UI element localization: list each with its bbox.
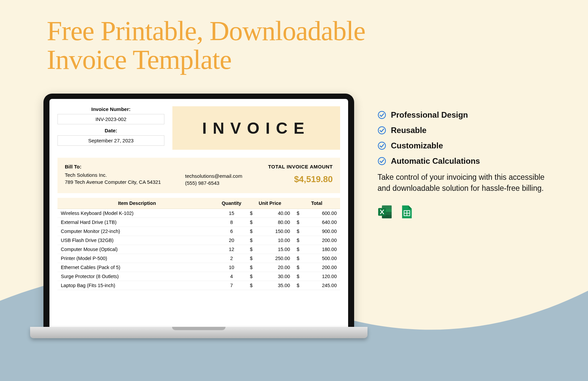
cell-total: 200.00 xyxy=(303,236,340,245)
total-label: TOTAL INVOICE AMOUNT xyxy=(259,164,333,169)
cell-desc[interactable]: Surge Protector (8 Outlets) xyxy=(57,272,216,281)
cell-unit-currency: $ xyxy=(247,245,257,254)
cell-qty[interactable]: 12 xyxy=(216,245,247,254)
cell-qty[interactable]: 6 xyxy=(216,227,247,236)
col-unit: Unit Price xyxy=(247,198,293,209)
billto-panel: Bill To: Tech Solutions Inc. 789 Tech Av… xyxy=(57,158,340,193)
sheets-icon[interactable] xyxy=(399,204,414,220)
invoice-number-label: Invoice Number: xyxy=(57,106,164,112)
feature-item: Automatic Calculations xyxy=(378,156,548,166)
cell-total: 640.00 xyxy=(303,218,340,227)
cell-unit[interactable]: 30.00 xyxy=(257,272,293,281)
cell-desc[interactable]: Computer Mouse (Optical) xyxy=(57,245,216,254)
invoice-number-value[interactable]: INV-2023-002 xyxy=(57,114,164,124)
cell-qty[interactable]: 20 xyxy=(216,236,247,245)
col-desc: Item Description xyxy=(57,198,216,209)
invoice-header-row: Invoice Number: INV-2023-002 Date: Septe… xyxy=(49,99,348,153)
feature-item: Customizable xyxy=(378,141,548,150)
cell-total: 900.00 xyxy=(303,227,340,236)
cell-desc[interactable]: Computer Monitor (22-inch) xyxy=(57,227,216,236)
cell-total-currency: $ xyxy=(293,245,303,254)
page-headline: Free Printable, DownloadableInvoice Temp… xyxy=(47,17,365,74)
table-header-row: Item Description Quantity Unit Price Tot… xyxy=(57,198,340,209)
invoice-table: Item Description Quantity Unit Price Tot… xyxy=(57,198,340,290)
cell-unit-currency: $ xyxy=(247,227,257,236)
laptop-notch xyxy=(184,94,214,99)
invoice-title: INVOICE xyxy=(202,119,310,137)
cell-total-currency: $ xyxy=(293,254,303,263)
billto-total-col: TOTAL INVOICE AMOUNT $4,519.80 xyxy=(259,164,333,187)
billto-address: 789 Tech Avenue Computer City, CA 54321 xyxy=(65,179,185,185)
laptop-base xyxy=(30,327,368,338)
billto-phone: (555) 987-6543 xyxy=(185,180,259,186)
cell-unit-currency: $ xyxy=(247,254,257,263)
cell-unit[interactable]: 80.00 xyxy=(257,218,293,227)
check-circle-icon xyxy=(378,111,386,119)
feature-label: Professional Design xyxy=(391,110,468,120)
cell-total: 180.00 xyxy=(303,245,340,254)
billto-address-col: Bill To: Tech Solutions Inc. 789 Tech Av… xyxy=(65,164,185,187)
cell-desc[interactable]: Printer (Model P-500) xyxy=(57,254,216,263)
total-amount: $4,519.80 xyxy=(259,174,333,184)
invoice-title-box: INVOICE xyxy=(172,106,340,150)
cell-unit-currency: $ xyxy=(247,236,257,245)
feature-item: Reusable xyxy=(378,126,548,135)
cell-total: 200.00 xyxy=(303,263,340,272)
table-row: Printer (Model P-500)2$250.00$500.00 xyxy=(57,254,340,263)
cell-desc[interactable]: Wireless Keyboard (Model K-102) xyxy=(57,209,216,218)
check-circle-icon xyxy=(378,141,386,150)
cell-total-currency: $ xyxy=(293,281,303,290)
cell-unit-currency: $ xyxy=(247,272,257,281)
cell-unit[interactable]: 35.00 xyxy=(257,281,293,290)
cell-unit[interactable]: 10.00 xyxy=(257,236,293,245)
svg-point-3 xyxy=(378,157,386,165)
cell-unit-currency: $ xyxy=(247,281,257,290)
cell-total-currency: $ xyxy=(293,236,303,245)
cell-qty[interactable]: 8 xyxy=(216,218,247,227)
svg-point-0 xyxy=(378,111,386,119)
feature-item: Professional Design xyxy=(378,110,548,120)
table-row: Ethernet Cables (Pack of 5)10$20.00$200.… xyxy=(57,263,340,272)
invoice-meta: Invoice Number: INV-2023-002 Date: Septe… xyxy=(57,106,164,150)
billto-label: Bill To: xyxy=(65,164,185,169)
cell-desc[interactable]: External Hard Drive (1TB) xyxy=(57,218,216,227)
cell-total-currency: $ xyxy=(293,263,303,272)
cell-unit[interactable]: 40.00 xyxy=(257,209,293,218)
cell-total: 500.00 xyxy=(303,254,340,263)
blurb-text: Take control of your invoicing with this… xyxy=(378,172,548,194)
feature-label: Automatic Calculations xyxy=(391,156,480,166)
table-row: Laptop Bag (Fits 15-inch)7$35.00$245.00 xyxy=(57,281,340,290)
cell-unit[interactable]: 15.00 xyxy=(257,245,293,254)
cell-unit-currency: $ xyxy=(247,263,257,272)
format-badges xyxy=(378,204,548,220)
col-qty: Quantity xyxy=(216,198,247,209)
cell-unit[interactable]: 250.00 xyxy=(257,254,293,263)
svg-point-1 xyxy=(378,127,386,134)
cell-unit-currency: $ xyxy=(247,209,257,218)
side-panel: Professional DesignReusableCustomizableA… xyxy=(378,110,548,220)
billto-company: Tech Solutions Inc. xyxy=(65,172,185,178)
excel-icon[interactable] xyxy=(378,204,393,220)
invoice-date-label: Date: xyxy=(57,128,164,133)
cell-qty[interactable]: 10 xyxy=(216,263,247,272)
cell-qty[interactable]: 2 xyxy=(216,254,247,263)
cell-desc[interactable]: Ethernet Cables (Pack of 5) xyxy=(57,263,216,272)
cell-qty[interactable]: 7 xyxy=(216,281,247,290)
cell-qty[interactable]: 4 xyxy=(216,272,247,281)
table-row: Computer Mouse (Optical)12$15.00$180.00 xyxy=(57,245,340,254)
cell-desc[interactable]: USB Flash Drive (32GB) xyxy=(57,236,216,245)
cell-qty[interactable]: 15 xyxy=(216,209,247,218)
cell-desc[interactable]: Laptop Bag (Fits 15-inch) xyxy=(57,281,216,290)
invoice-date-value[interactable]: September 27, 2023 xyxy=(57,135,164,146)
check-circle-icon xyxy=(378,157,386,165)
cell-unit-currency: $ xyxy=(247,218,257,227)
cell-total-currency: $ xyxy=(293,227,303,236)
table-row: Wireless Keyboard (Model K-102)15$40.00$… xyxy=(57,209,340,218)
cell-unit[interactable]: 20.00 xyxy=(257,263,293,272)
table-row: USB Flash Drive (32GB)20$10.00$200.00 xyxy=(57,236,340,245)
cell-total: 600.00 xyxy=(303,209,340,218)
billto-contact-col: techsolutions@email.com (555) 987-6543 xyxy=(185,164,259,187)
svg-point-2 xyxy=(378,142,386,149)
cell-unit[interactable]: 150.00 xyxy=(257,227,293,236)
table-row: Computer Monitor (22-inch)6$150.00$900.0… xyxy=(57,227,340,236)
